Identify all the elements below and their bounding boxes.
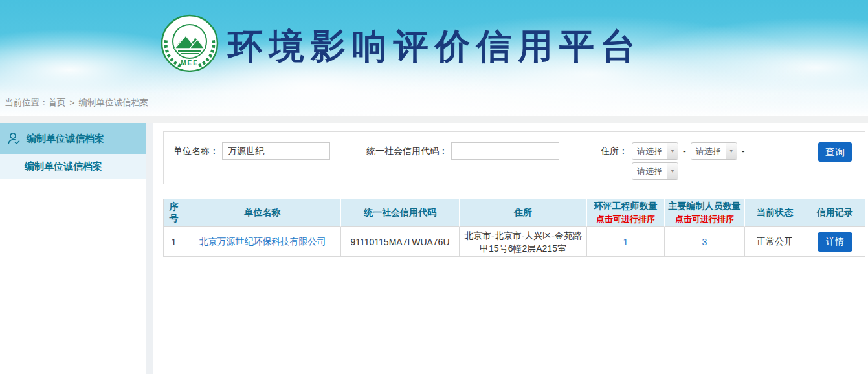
sort-hint[interactable]: 点击可进行排序 xyxy=(590,214,662,225)
status-value: 正常公开 xyxy=(745,227,805,257)
chevron-down-icon[interactable]: ▼ xyxy=(667,143,678,159)
user-check-icon xyxy=(6,131,21,146)
column-header-index: 序号 xyxy=(163,199,184,227)
city-select-value: 请选择 xyxy=(691,143,726,159)
main-content: 单位名称： 统一社会信用代码： 住所： 请选择 ▼ - 请选择 ▼ - xyxy=(153,123,868,374)
province-select-value: 请选择 xyxy=(632,143,667,159)
credit-code-label: 统一社会信用代码： xyxy=(366,142,448,160)
chevron-down-icon[interactable]: ▼ xyxy=(726,143,737,159)
address-selects: 请选择 ▼ - 请选择 ▼ - 请选择 ▼ xyxy=(632,142,744,180)
district-select-value: 请选择 xyxy=(632,163,667,179)
address-label: 住所： xyxy=(601,142,628,160)
credit-code-value: 91110115MA7LWUA76U xyxy=(341,227,460,257)
header-divider-strip xyxy=(0,116,868,123)
sidebar-item-unit-credit-archive[interactable]: 编制单位诚信档案 xyxy=(0,123,146,154)
province-select[interactable]: 请选择 ▼ xyxy=(632,142,678,160)
row-index: 1 xyxy=(163,227,184,257)
sidebar-item-label: 编制单位诚信档案 xyxy=(27,133,104,145)
column-header-credit-code: 统一社会信用代码 xyxy=(341,199,460,227)
staff-count-link[interactable]: 3 xyxy=(702,237,707,247)
search-panel: 单位名称： 统一社会信用代码： 住所： 请选择 ▼ - 请选择 ▼ - xyxy=(163,131,865,184)
address-dash: - xyxy=(683,146,686,157)
breadcrumb-separator: > xyxy=(70,98,75,107)
breadcrumb-home-link[interactable]: 首页 xyxy=(49,98,66,107)
table-row: 1 北京万源世纪环保科技有限公司 91110115MA7LWUA76U 北京市-… xyxy=(163,227,865,257)
credit-code-input[interactable] xyxy=(451,142,559,160)
column-header-address: 住所 xyxy=(460,199,587,227)
results-table: 序号 单位名称 统一社会信用代码 住所 环评工程师数量 点击可进行排序 主要编制… xyxy=(163,199,865,257)
company-name-link[interactable]: 北京万源世纪环保科技有限公司 xyxy=(199,236,326,247)
sidebar-subitem-label: 编制单位诚信档案 xyxy=(25,160,102,173)
sidebar-divider xyxy=(146,123,153,374)
mee-logo-icon: MEE xyxy=(161,14,219,72)
detail-button[interactable]: 详情 xyxy=(818,232,852,252)
site-header: MEE 环境影响评价信用平台 当前位置：首页>编制单位诚信档案 xyxy=(0,0,868,116)
column-header-status: 当前状态 xyxy=(745,199,805,227)
city-select[interactable]: 请选择 ▼ xyxy=(691,142,737,160)
breadcrumb-current: 编制单位诚信档案 xyxy=(78,98,148,107)
page-body: 编制单位诚信档案 编制单位诚信档案 单位名称： 统一社会信用代码： 住所： 请选… xyxy=(0,123,868,374)
table-header-row: 序号 单位名称 统一社会信用代码 住所 环评工程师数量 点击可进行排序 主要编制… xyxy=(163,199,865,227)
chevron-down-icon[interactable]: ▼ xyxy=(667,163,678,179)
site-title: 环境影响评价信用平台 xyxy=(228,23,642,71)
address-value: 北京市-北京市-大兴区-金苑路甲15号6幢2层A215室 xyxy=(460,227,587,257)
address-dash: - xyxy=(742,146,745,157)
column-header-company: 单位名称 xyxy=(184,199,341,227)
sidebar: 编制单位诚信档案 编制单位诚信档案 xyxy=(0,123,146,374)
unit-name-label: 单位名称： xyxy=(173,142,219,160)
column-header-engineer-count[interactable]: 环评工程师数量 点击可进行排序 xyxy=(587,199,665,227)
mee-logo: MEE xyxy=(161,14,219,72)
unit-name-input[interactable] xyxy=(222,142,330,160)
engineer-count-link[interactable]: 1 xyxy=(623,237,629,247)
column-header-credit-record: 信用记录 xyxy=(805,199,865,227)
breadcrumb-prefix: 当前位置： xyxy=(5,98,49,107)
query-button[interactable]: 查询 xyxy=(818,142,852,162)
mee-logo-text: MEE xyxy=(181,60,199,67)
breadcrumb: 当前位置：首页>编制单位诚信档案 xyxy=(5,97,148,109)
district-select[interactable]: 请选择 ▼ xyxy=(632,162,678,180)
column-header-staff-count[interactable]: 主要编制人员数量 点击可进行排序 xyxy=(665,199,745,227)
sort-hint[interactable]: 点击可进行排序 xyxy=(667,214,742,225)
sidebar-subitem-unit-credit-archive[interactable]: 编制单位诚信档案 xyxy=(0,154,146,179)
